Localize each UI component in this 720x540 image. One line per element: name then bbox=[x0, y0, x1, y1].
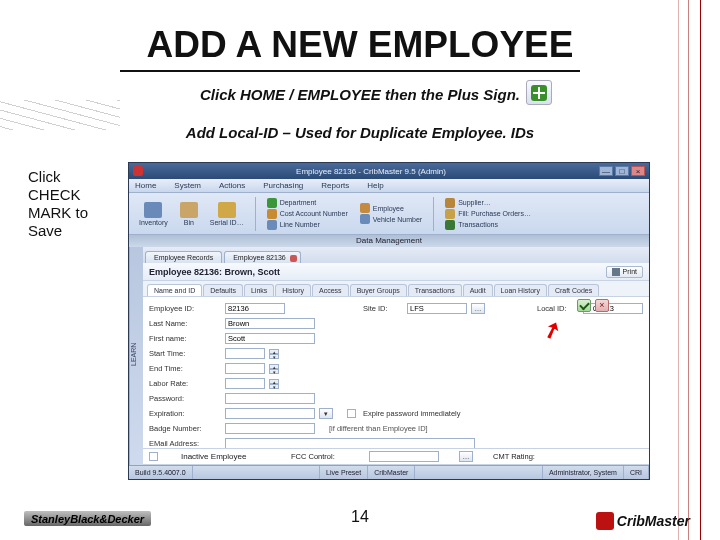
labor-rate-field[interactable] bbox=[225, 378, 265, 389]
tool-cost-account[interactable]: Cost Account Number bbox=[267, 209, 348, 219]
expiration-picker-button[interactable]: ▾ bbox=[319, 408, 333, 419]
tab-buyer-groups[interactable]: Buyer Groups bbox=[350, 284, 407, 296]
fcc-control-label: FCC Control: bbox=[291, 452, 349, 461]
statusbar: Build 9.5.4007.0 Live Preset CribMaster … bbox=[129, 465, 649, 479]
tool-line-number[interactable]: Line Number bbox=[267, 220, 348, 230]
maximize-button[interactable]: □ bbox=[615, 166, 629, 176]
cmt-rating-label: CMT Rating: bbox=[493, 452, 551, 461]
local-id-label: Local ID: bbox=[537, 304, 579, 313]
local-id-field[interactable] bbox=[583, 303, 643, 314]
form-bottom-row: Inactive Employee FCC Control: … CMT Rat… bbox=[143, 449, 649, 465]
first-name-label: First name: bbox=[149, 334, 221, 343]
tool-vehicle-number[interactable]: Vehicle Number bbox=[360, 214, 422, 224]
tab-craft-codes[interactable]: Craft Codes bbox=[548, 284, 599, 296]
fcc-control-field[interactable] bbox=[369, 451, 439, 462]
record-header: Employee 82136: Brown, Scott Print bbox=[143, 263, 649, 281]
footer-logo-right: CribMaster bbox=[596, 512, 690, 530]
last-name-label: Last Name: bbox=[149, 319, 221, 328]
tool-inventory[interactable]: Inventory bbox=[135, 200, 172, 228]
site-id-label: Site ID: bbox=[363, 304, 403, 313]
email-field[interactable] bbox=[225, 438, 475, 449]
badge-number-label: Badge Number: bbox=[149, 424, 221, 433]
tool-fill-po[interactable]: Fill: Purchase Orders… bbox=[445, 209, 531, 219]
cribmaster-icon bbox=[596, 512, 614, 530]
tool-column-2: Supplier… Fill: Purchase Orders… Transac… bbox=[441, 196, 535, 232]
end-time-spinner[interactable]: ▴▾ bbox=[269, 364, 279, 374]
menu-actions[interactable]: Actions bbox=[219, 181, 245, 190]
inactive-employee-checkbox[interactable] bbox=[149, 452, 158, 461]
expiration-field[interactable] bbox=[225, 408, 315, 419]
decorative-vertical-lines bbox=[678, 0, 720, 540]
tab-employee-records[interactable]: Employee Records bbox=[145, 251, 222, 263]
document-tabs: Employee Records Employee 82136 bbox=[143, 247, 649, 263]
tool-serial-id[interactable]: Serial ID… bbox=[206, 200, 248, 228]
side-note: Click CHECK MARK to Save bbox=[28, 168, 118, 240]
side-note-l3: MARK to bbox=[28, 204, 118, 222]
cribmaster-text: CribMaster bbox=[617, 513, 690, 529]
end-time-field[interactable] bbox=[225, 363, 265, 374]
labor-rate-spinner[interactable]: ▴▾ bbox=[269, 379, 279, 389]
detail-tabs: Name and ID Defaults Links History Acces… bbox=[143, 281, 649, 297]
start-time-label: Start Time: bbox=[149, 349, 221, 358]
site-id-browse-button[interactable]: … bbox=[471, 303, 485, 314]
site-id-field[interactable] bbox=[407, 303, 467, 314]
status-admin: Administrator, System bbox=[543, 466, 624, 479]
tab-transactions[interactable]: Transactions bbox=[408, 284, 462, 296]
menu-reports[interactable]: Reports bbox=[321, 181, 349, 190]
expiration-label: Expiration: bbox=[149, 409, 221, 418]
left-vertical-strip[interactable]: LEARN bbox=[129, 247, 143, 467]
start-time-field[interactable] bbox=[225, 348, 265, 359]
tab-employee-current[interactable]: Employee 82136 bbox=[224, 251, 301, 263]
tab-loan-history[interactable]: Loan History bbox=[494, 284, 547, 296]
slide: ADD A NEW EMPLOYEE Click HOME / EMPLOYEE… bbox=[0, 0, 720, 540]
side-note-l2: CHECK bbox=[28, 186, 118, 204]
tool-supplier[interactable]: Supplier… bbox=[445, 198, 531, 208]
instruction-line-1: Click HOME / EMPLOYEE then the Plus Sign… bbox=[0, 86, 720, 103]
menu-help[interactable]: Help bbox=[367, 181, 383, 190]
tab-name-and-id[interactable]: Name and ID bbox=[147, 284, 202, 296]
status-cri: CRI bbox=[624, 466, 649, 479]
menu-home[interactable]: Home bbox=[135, 181, 156, 190]
side-note-l4: Save bbox=[28, 222, 118, 240]
data-management-bar: Data Management bbox=[129, 235, 649, 247]
fcc-browse-button[interactable]: … bbox=[459, 451, 473, 462]
title-underline bbox=[120, 70, 580, 72]
window-title: Employee 82136 - CribMaster 9.5 (Admin) bbox=[143, 167, 599, 176]
expire-immediately-label: Expire password immediately bbox=[363, 409, 461, 418]
printer-icon bbox=[612, 268, 620, 276]
start-time-spinner[interactable]: ▴▾ bbox=[269, 349, 279, 359]
instruction-line-2: Add Local-ID – Used for Duplicate Employ… bbox=[0, 124, 720, 141]
menu-purchasing[interactable]: Purchasing bbox=[263, 181, 303, 190]
cancel-x-button[interactable]: × bbox=[595, 299, 609, 312]
tab-history[interactable]: History bbox=[275, 284, 311, 296]
first-name-field[interactable] bbox=[225, 333, 315, 344]
tab-audit[interactable]: Audit bbox=[463, 284, 493, 296]
tab-links[interactable]: Links bbox=[244, 284, 274, 296]
email-label: EMail Address: bbox=[149, 439, 221, 448]
tab-access[interactable]: Access bbox=[312, 284, 349, 296]
print-button[interactable]: Print bbox=[606, 266, 643, 278]
last-name-field[interactable] bbox=[225, 318, 315, 329]
save-checkmark-button[interactable] bbox=[577, 299, 591, 312]
tool-column-1b: Employee Vehicle Number bbox=[356, 201, 426, 226]
status-preset: Live Preset bbox=[320, 466, 368, 479]
employee-id-field[interactable] bbox=[225, 303, 285, 314]
minimize-button[interactable]: — bbox=[599, 166, 613, 176]
badge-number-field[interactable] bbox=[225, 423, 315, 434]
content-area: Employee Records Employee 82136 Employee… bbox=[143, 247, 649, 465]
side-note-l1: Click bbox=[28, 168, 118, 186]
status-build: Build 9.5.4007.0 bbox=[129, 466, 193, 479]
tool-transactions[interactable]: Transactions bbox=[445, 220, 531, 230]
tool-department[interactable]: Department bbox=[267, 198, 348, 208]
inactive-employee-label: Inactive Employee bbox=[181, 452, 271, 461]
menu-system[interactable]: System bbox=[174, 181, 201, 190]
password-field[interactable] bbox=[225, 393, 315, 404]
close-button[interactable]: × bbox=[631, 166, 645, 176]
employee-form: × ➚ Employee ID: Site ID: … Local ID: La… bbox=[143, 297, 649, 449]
badge-hint: [if different than Employee ID] bbox=[329, 424, 428, 433]
tab-defaults[interactable]: Defaults bbox=[203, 284, 243, 296]
tool-bin[interactable]: Bin bbox=[176, 200, 202, 228]
expire-immediately-checkbox[interactable] bbox=[347, 409, 356, 418]
tool-employee[interactable]: Employee bbox=[360, 203, 422, 213]
password-label: Password: bbox=[149, 394, 221, 403]
